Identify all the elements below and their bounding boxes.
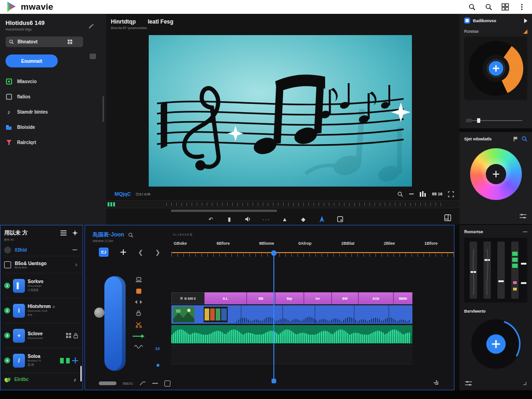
chevron-left-icon[interactable]: ❮: [138, 249, 143, 256]
kebab-menu-icon[interactable]: [518, 3, 526, 11]
stamp-icon[interactable]: [136, 277, 142, 283]
tool-badge[interactable]: EJ: [99, 248, 109, 257]
play-cursor-icon[interactable]: [318, 216, 326, 223]
slider-handle[interactable]: [477, 118, 480, 123]
color-search-icon[interactable]: [521, 136, 527, 142]
hamburger-menu-icon[interactable]: [60, 230, 66, 236]
fader-handle[interactable]: [521, 263, 526, 265]
track-type-icon[interactable]: ▍: [13, 279, 25, 293]
flag-icon[interactable]: [513, 136, 519, 142]
sidebar-item-library[interactable]: Bloiside: [6, 120, 101, 135]
effects-slider[interactable]: [466, 118, 522, 123]
collapse-dash-icon[interactable]: [523, 231, 527, 232]
effects-header-label: Badikonvss: [473, 18, 496, 23]
track-row[interactable]: 4 / Soloa Bnvland 卡 認 图: [4, 348, 83, 373]
speaker-icon[interactable]: [244, 216, 252, 223]
sidebar-item-frames[interactable]: flalios: [6, 89, 101, 104]
rotary-dial[interactable]: [467, 315, 525, 373]
sidebar-item-video[interactable]: Mlasvcio: [6, 74, 101, 89]
clip[interactable]: BBBr: [394, 292, 412, 304]
clip[interactable]: Bqr: [276, 292, 304, 304]
donut-gauge[interactable]: [466, 38, 526, 98]
video-clip-row[interactable]: [171, 305, 412, 324]
corner-icon[interactable]: [523, 381, 527, 386]
clip[interactable]: BB: [247, 292, 276, 304]
playhead-foot[interactable]: [272, 379, 276, 383]
timeline-scrollbar[interactable]: [99, 381, 116, 385]
wave-icon[interactable]: [134, 345, 143, 349]
add-blue-icon[interactable]: [72, 357, 78, 363]
arrow-right-icon[interactable]: [133, 334, 145, 339]
import-button[interactable]: Eoumnait: [6, 54, 58, 67]
play-icon[interactable]: [524, 18, 527, 23]
cursor-icon[interactable]: ▲: [281, 216, 289, 223]
preview-mini-ruler[interactable]: [106, 200, 459, 208]
zoom-icon[interactable]: [397, 191, 403, 197]
marker-icon[interactable]: ▮: [226, 216, 233, 223]
media-panel-scrollbar[interactable]: [103, 96, 104, 122]
empty-track-row[interactable]: [171, 345, 412, 364]
track-panel-scrollbar[interactable]: [80, 366, 82, 381]
group-row[interactable]: B5o& Uantsgo Burandtqt 3: [4, 256, 83, 273]
clip[interactable]: AOb: [359, 292, 394, 304]
level-bars-icon[interactable]: [420, 191, 426, 197]
edit-pencil-icon[interactable]: [88, 23, 94, 30]
search-icon-secondary[interactable]: [485, 3, 492, 11]
minus-icon[interactable]: [409, 191, 414, 197]
kerning-arrows-icon[interactable]: [135, 300, 142, 304]
text-tool-icon[interactable]: I: [13, 304, 25, 318]
track-row[interactable]: 2 I Hlotvhrnm8 Dwsrvnote Oct2 B B: [4, 298, 83, 323]
media-search-box[interactable]: [6, 36, 83, 47]
preview-scrollbar[interactable]: [171, 210, 277, 212]
lock-icon[interactable]: [73, 333, 78, 339]
clip[interactable]: A.L: [205, 292, 247, 304]
fullscreen-icon[interactable]: [448, 191, 454, 197]
timeline-knob[interactable]: [94, 308, 104, 318]
video-preview[interactable]: [149, 35, 412, 187]
scissors-icon[interactable]: [136, 322, 142, 328]
sidebar-item-filters[interactable]: Ralrclqrt: [6, 135, 101, 150]
search-icon[interactable]: [468, 3, 476, 11]
resize-corner-icon[interactable]: [433, 379, 438, 385]
timeline-tool-handle[interactable]: [104, 276, 126, 371]
brick-icon[interactable]: [136, 289, 141, 294]
add-clip-icon[interactable]: +: [13, 329, 25, 343]
layout-toggle-icon[interactable]: [444, 214, 451, 221]
meter-yellow-block: [513, 288, 517, 290]
chevron-right-icon[interactable]: ❯: [155, 249, 160, 256]
frame-step-icon[interactable]: [337, 216, 344, 223]
search-options-chip[interactable]: [90, 54, 96, 59]
slash-tool-icon[interactable]: /: [13, 354, 25, 368]
star-icon[interactable]: [72, 230, 78, 236]
clip[interactable]: B 888 8: [171, 292, 205, 304]
options-dots-icon[interactable]: ···: [263, 216, 270, 223]
add-track-icon[interactable]: [121, 249, 126, 255]
dash-icon[interactable]: [152, 382, 158, 384]
pen-icon[interactable]: ◆: [300, 216, 307, 223]
profile-row[interactable]: 03hld: [4, 244, 83, 256]
color-wheel[interactable]: [470, 148, 522, 200]
undo-icon[interactable]: ↶: [207, 216, 215, 223]
grid-small-icon[interactable]: [66, 333, 71, 338]
media-search-input[interactable]: [17, 39, 65, 45]
adjust-sliders-icon[interactable]: [520, 213, 526, 219]
frame-box-icon[interactable]: [164, 381, 170, 387]
clip[interactable]: hrr: [304, 292, 332, 304]
clip[interactable]: BW: [332, 292, 359, 304]
adjust-sliders-icon[interactable]: [465, 381, 472, 387]
view-grid-icon[interactable]: [67, 39, 73, 44]
fader-strip[interactable]: [511, 242, 519, 299]
fader-handle[interactable]: [521, 282, 526, 284]
collapse-dash-icon[interactable]: [73, 249, 77, 250]
audio-waveform-row[interactable]: [171, 325, 412, 344]
logo-text: mwavie: [21, 2, 53, 12]
playhead-line[interactable]: [273, 253, 274, 381]
track-row[interactable]: 1 ▍ Sorkvo Drsunlrdqrt 注显观看: [4, 273, 83, 298]
timeline-search-icon[interactable]: [128, 232, 133, 238]
slope-icon[interactable]: [139, 381, 146, 386]
playhead-handle[interactable]: [271, 250, 277, 256]
lock-icon[interactable]: [136, 310, 141, 316]
track-row[interactable]: 3 + Sclove Dsvrcnovste: [4, 323, 83, 348]
sidebar-item-audio[interactable]: ♪ Stamdr bintes: [6, 104, 101, 120]
grid-icon[interactable]: [502, 3, 509, 11]
